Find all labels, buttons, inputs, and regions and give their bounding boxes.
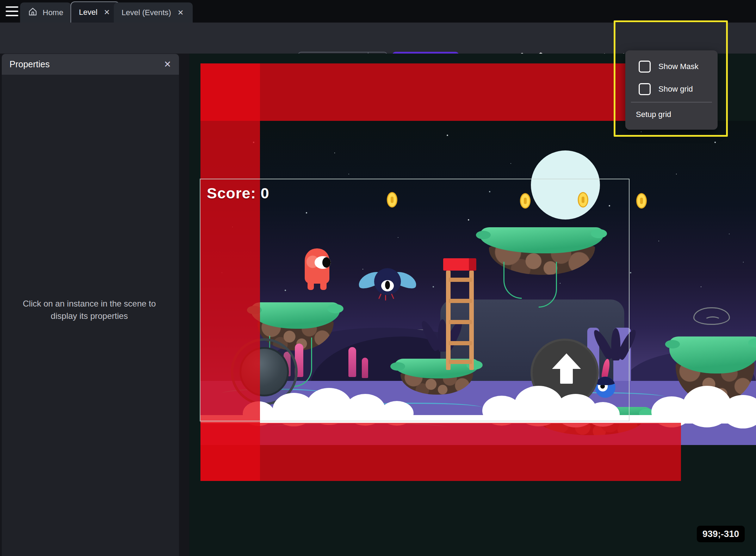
eye-decoration [693, 307, 730, 325]
properties-panel-title: Properties [10, 59, 164, 69]
gdevelop-editor-window: Home Level ✕ Level (Events) ✕ [0, 0, 756, 556]
show-grid-checkbox[interactable] [639, 83, 651, 95]
cursor-coordinates-badge: 939;-310 [697, 526, 745, 542]
properties-panel: Properties ✕ Click on an instance in the… [2, 54, 179, 556]
danger-zone-bottom[interactable] [200, 423, 681, 481]
properties-empty-hint: Click on an instance in the scene to dis… [12, 298, 167, 322]
tab-home[interactable]: Home [20, 2, 71, 23]
danger-zone-top[interactable] [200, 63, 681, 121]
main-menu-button[interactable] [5, 5, 19, 17]
camera-frame-border [200, 179, 630, 421]
tab-bar: Home Level ✕ Level (Events) ✕ [0, 0, 756, 23]
left-panel-column: Properties ✕ Click on an instance in the… [0, 54, 189, 556]
properties-panel-header: Properties ✕ [2, 54, 179, 75]
show-mask-label: Show Mask [658, 62, 699, 71]
grid-options-menu: Show Mask Show grid Setup grid [625, 50, 718, 130]
score-text-instance[interactable]: Score: 0 [207, 185, 269, 202]
tab-level-events[interactable]: Level (Events) ✕ [114, 2, 193, 23]
coin-instance[interactable] [636, 193, 647, 209]
menu-item-show-grid[interactable]: Show grid [625, 80, 718, 98]
show-grid-label: Show grid [658, 85, 693, 94]
menu-item-setup-grid[interactable]: Setup grid [636, 105, 671, 124]
toolbar: Preview ▼ Publish [0, 23, 756, 54]
tab-level-events-label: Level (Events) [122, 8, 171, 17]
home-icon [28, 7, 38, 19]
tab-level[interactable]: Level ✕ [70, 1, 120, 23]
menu-item-show-mask[interactable]: Show Mask [625, 57, 718, 76]
properties-panel-close-icon[interactable]: ✕ [164, 59, 171, 69]
tab-level-close-icon[interactable]: ✕ [103, 7, 112, 17]
tab-home-label: Home [43, 8, 63, 17]
show-mask-checkbox[interactable] [639, 61, 651, 73]
tab-level-label: Level [79, 8, 98, 17]
menu-divider [631, 102, 712, 103]
tab-level-events-close-icon[interactable]: ✕ [176, 8, 185, 18]
